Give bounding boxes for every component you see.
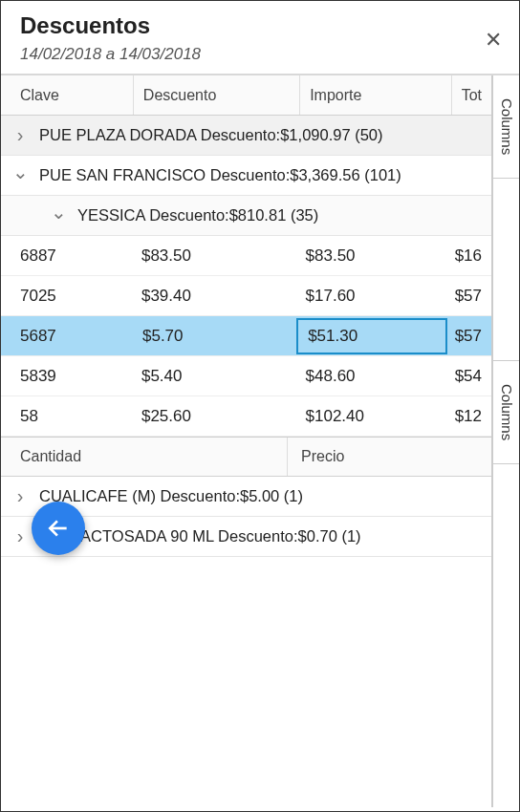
table-row[interactable]: 58 $25.60 $102.40 $12 <box>1 396 491 437</box>
cell-descuento: $39.40 <box>132 287 296 306</box>
group-san-francisco[interactable]: PUE SAN FRANCISCO Descuento:$3,369.56 (1… <box>1 156 491 196</box>
chevron-right-icon <box>1 124 39 146</box>
side-blank <box>492 464 519 807</box>
group-plaza-dorada[interactable]: PUE PLAZA DORADA Descuento:$1,090.97 (50… <box>1 116 491 156</box>
side-blank <box>492 179 519 361</box>
table-row[interactable]: 6887 $83.50 $83.50 $16 <box>1 236 491 276</box>
cell-total: $16 <box>445 246 491 266</box>
chevron-down-icon <box>1 204 77 227</box>
cell-descuento: $83.50 <box>132 246 296 266</box>
table-row-selected[interactable]: 5687 $5.70 $51.30 $57 <box>1 316 491 356</box>
table-row[interactable]: 5839 $5.40 $48.60 $54 <box>1 356 491 396</box>
col-precio[interactable]: Precio <box>288 448 491 465</box>
col-descuento[interactable]: Descuento <box>134 75 300 115</box>
cell-clave: 5839 <box>1 367 132 386</box>
table-header-top: Clave Descuento Importe Tot <box>1 75 491 116</box>
cell-clave: 58 <box>1 407 132 426</box>
cell-total: $57 <box>445 287 491 306</box>
cell-importe: $83.50 <box>296 246 445 266</box>
col-clave[interactable]: Clave <box>1 75 134 115</box>
cell-total: $57 <box>445 327 491 346</box>
cell-total: $54 <box>445 367 491 386</box>
group-label: PUE PLAZA DORADA Descuento:$1,090.97 (50… <box>39 126 491 144</box>
group-label: PUE SAN FRANCISCO Descuento:$3,369.56 (1… <box>39 166 491 184</box>
cell-importe: $17.60 <box>296 287 445 306</box>
subgroup-yessica[interactable]: YESSICA Descuento:$810.81 (35) <box>1 196 491 236</box>
main-panel: Clave Descuento Importe Tot PUE PLAZA DO… <box>1 75 492 807</box>
header-bar: Descuentos 14/02/2018 a 14/03/2018 <box>1 1 519 75</box>
chevron-right-icon <box>1 485 39 507</box>
cell-clave: 5687 <box>1 327 133 346</box>
cell-descuento: $5.40 <box>132 367 296 386</box>
columns-tab-bottom[interactable]: Columns <box>492 361 519 464</box>
side-tabs: Columns Columns <box>492 75 519 807</box>
cell-total: $12 <box>445 407 491 426</box>
cell-importe-focused[interactable]: $51.30 <box>296 318 447 354</box>
col-importe[interactable]: Importe <box>300 75 452 115</box>
back-fab-button[interactable] <box>32 502 85 555</box>
group-label: YESSICA Descuento:$810.81 (35) <box>77 206 491 224</box>
cell-clave: 7025 <box>1 287 132 306</box>
cell-importe: $48.60 <box>296 367 445 386</box>
group-label: CUALICAFE (M) Descuento:$5.00 (1) <box>39 487 491 505</box>
table-header-bottom: Cantidad Precio <box>1 437 491 477</box>
cell-importe: $102.40 <box>296 407 445 426</box>
col-total[interactable]: Tot <box>452 75 491 115</box>
close-icon[interactable] <box>485 28 502 53</box>
columns-tab-top[interactable]: Columns <box>492 75 519 179</box>
table-row[interactable]: 7025 $39.40 $17.60 $57 <box>1 276 491 316</box>
cell-descuento: $25.60 <box>132 407 296 426</box>
cell-clave: 6887 <box>1 246 132 266</box>
chevron-down-icon <box>1 164 39 187</box>
group-label: DESLACTOSADA 90 ML Descuento:$0.70 (1) <box>39 527 491 545</box>
col-cantidad[interactable]: Cantidad <box>1 438 288 476</box>
arrow-left-icon <box>46 516 71 541</box>
page-title: Descuentos <box>20 12 500 39</box>
cell-descuento: $5.70 <box>133 327 298 346</box>
date-range: 14/02/2018 a 14/03/2018 <box>20 45 500 64</box>
